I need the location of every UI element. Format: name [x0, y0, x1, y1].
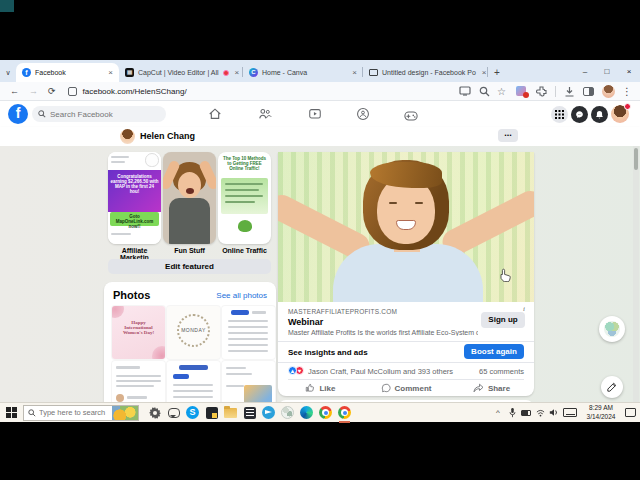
- facebook-search[interactable]: [32, 106, 166, 122]
- comments-count[interactable]: 65 comments: [479, 367, 524, 376]
- file-explorer-icon[interactable]: [221, 403, 240, 423]
- edit-featured-button[interactable]: Edit featured: [108, 259, 271, 274]
- clock-date: 3/14/2024: [581, 413, 621, 421]
- extensions-puzzle-icon[interactable]: [536, 86, 547, 97]
- groups-icon: [356, 107, 370, 121]
- photo-tile-post[interactable]: [112, 361, 165, 402]
- touch-keyboard-tray-icon[interactable]: [561, 403, 579, 423]
- extension-badge-icon[interactable]: [516, 86, 526, 96]
- featured-card-affiliate[interactable]: Congratulations earning $2,266.50 with M…: [108, 152, 161, 244]
- grid-icon: [555, 110, 564, 119]
- chrome-app-icon[interactable]: [316, 403, 335, 423]
- action-center-icon[interactable]: [623, 403, 637, 423]
- volume-tray-icon[interactable]: [547, 403, 561, 423]
- network-tray-icon[interactable]: [533, 403, 547, 423]
- dark-app-icon[interactable]: [202, 403, 221, 423]
- post-image[interactable]: [278, 152, 534, 302]
- chat-app-icon[interactable]: [164, 403, 183, 423]
- nav-watch-tab[interactable]: [308, 107, 322, 125]
- reload-button[interactable]: ⟳: [48, 86, 56, 96]
- side-panel-icon[interactable]: [583, 87, 594, 96]
- scrollbar-thumb[interactable]: [634, 148, 638, 170]
- address-bar[interactable]: facebook.com/HelenSChang/: [83, 87, 187, 96]
- photo-tile-table[interactable]: [167, 361, 220, 402]
- profile-more-button[interactable]: ...: [498, 129, 518, 142]
- edge-app-icon[interactable]: [297, 403, 316, 423]
- forward-button[interactable]: →: [29, 86, 38, 96]
- share-button[interactable]: Share: [449, 380, 534, 396]
- new-tab-button[interactable]: +: [488, 63, 506, 82]
- photo-tile-monday[interactable]: MONDAY: [167, 306, 220, 359]
- see-all-photos-link[interactable]: See all photos: [216, 291, 267, 300]
- site-info-icon[interactable]: [68, 87, 77, 96]
- capcut-favicon: ▦: [125, 68, 134, 77]
- obs-app-icon[interactable]: [278, 403, 297, 423]
- tab-canva-home[interactable]: C Home - Canva ×: [243, 63, 363, 82]
- zoom-icon[interactable]: [479, 86, 490, 97]
- nav-friends-tab[interactable]: [258, 107, 272, 125]
- photo-tile-leaderboard[interactable]: [222, 306, 275, 359]
- nav-gaming-tab[interactable]: [404, 108, 418, 126]
- tab-close-icon[interactable]: ×: [235, 68, 240, 77]
- person-shirt: [169, 198, 210, 244]
- nav-home-tab[interactable]: [208, 107, 222, 125]
- tab-capcut[interactable]: ▦ CapCut | Video Editor | All ×: [119, 63, 243, 82]
- photo-tile-womens-day[interactable]: Happy International Women's Day!: [112, 306, 165, 359]
- featured-card-traffic[interactable]: The Top 10 Methods to Getting FREE Onlin…: [218, 152, 271, 244]
- like-button[interactable]: Like: [278, 380, 363, 396]
- downloads-icon[interactable]: [564, 86, 575, 97]
- windows-logo-icon: [6, 407, 17, 418]
- back-button[interactable]: ←: [10, 86, 19, 96]
- tray-clock[interactable]: 8:29 AM 3/14/2024: [581, 404, 621, 420]
- page-scrollbar[interactable]: [633, 146, 639, 402]
- send-to-device-icon[interactable]: [459, 86, 471, 96]
- profile-avatar-button[interactable]: [611, 105, 629, 123]
- chrome-active-app-icon[interactable]: [335, 403, 354, 423]
- microphone-tray-icon[interactable]: [505, 403, 519, 423]
- tray-expand-icon[interactable]: ^: [491, 403, 505, 423]
- home-icon: [208, 107, 222, 121]
- skype-app-icon[interactable]: S: [183, 403, 202, 423]
- close-button[interactable]: ×: [618, 67, 640, 76]
- photo-tile-screenshot[interactable]: [222, 361, 275, 402]
- minimize-button[interactable]: –: [574, 67, 596, 76]
- tab-close-icon[interactable]: ×: [482, 68, 487, 77]
- tab-search-chevron[interactable]: ∨: [0, 63, 16, 82]
- search-highlight-image[interactable]: [112, 406, 138, 420]
- maximize-button[interactable]: □: [596, 67, 618, 76]
- lines-app-icon[interactable]: [240, 403, 259, 423]
- tab-facebook[interactable]: f Facebook ×: [16, 63, 119, 82]
- gear-icon: [149, 407, 161, 419]
- browser-menu-icon[interactable]: ⋮: [622, 86, 632, 97]
- insights-label: See insights and ads: [288, 348, 368, 357]
- comment-button[interactable]: Comment: [363, 380, 449, 396]
- nav-groups-tab[interactable]: [356, 107, 370, 125]
- facebook-logo[interactable]: f: [8, 104, 28, 124]
- browser-profile-avatar[interactable]: [602, 85, 615, 98]
- messenger-button[interactable]: [571, 106, 588, 123]
- page-avatar[interactable]: [120, 129, 135, 144]
- start-button[interactable]: [2, 403, 21, 423]
- settings-app-icon[interactable]: [145, 403, 164, 423]
- tab-close-icon[interactable]: ×: [108, 68, 113, 77]
- like-reaction-icon[interactable]: ▲: [288, 366, 297, 375]
- tab-label: CapCut | Video Editor | All: [138, 69, 219, 76]
- floating-edit-button[interactable]: [601, 376, 623, 398]
- facebook-search-input[interactable]: [50, 110, 160, 119]
- browser-toolbar: ← → ⟳ facebook.com/HelenSChang/ ☆ ⋮: [0, 82, 640, 101]
- tab-canva-design[interactable]: Untitled design - Facebook Po ×: [363, 63, 488, 82]
- battery-tray-icon[interactable]: [519, 403, 533, 423]
- reactions-text[interactable]: Jason Craft, Paul McCollum and 393 other…: [308, 367, 453, 376]
- telegram-app-icon[interactable]: [259, 403, 278, 423]
- floating-app-button[interactable]: [599, 316, 625, 342]
- bookmark-star-icon[interactable]: ☆: [497, 86, 506, 97]
- taskbar-search-box[interactable]: [23, 405, 139, 421]
- featured-card-funstuff[interactable]: [163, 152, 216, 244]
- apps-menu-button[interactable]: [551, 106, 568, 123]
- taskbar-search-input[interactable]: [39, 408, 115, 417]
- boost-again-button[interactable]: Boost again: [464, 344, 524, 359]
- messenger-icon: [575, 110, 584, 119]
- notifications-button[interactable]: [591, 106, 608, 123]
- signup-button[interactable]: Sign up: [481, 312, 525, 328]
- tab-close-icon[interactable]: ×: [352, 68, 357, 77]
